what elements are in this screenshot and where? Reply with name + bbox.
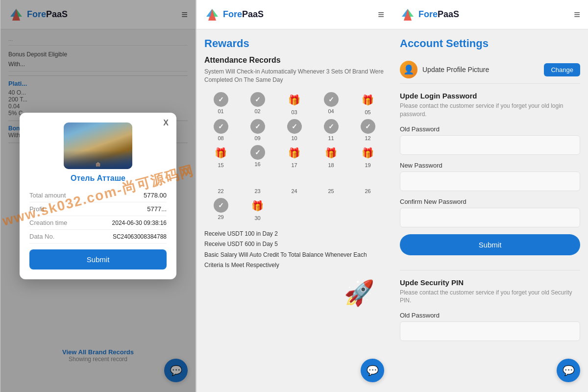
modal-datano-row: Data No. SC24063008384788 [29, 230, 167, 244]
empty-icon [361, 172, 375, 187]
pin-old-password-input[interactable] [400, 321, 580, 341]
cal-num: 09 [254, 135, 260, 141]
cal-day-12: 12 [351, 119, 384, 141]
cal-day-09: 09 [241, 119, 274, 141]
gift-icon: 🎁 [287, 92, 302, 108]
rocket-icon: 🚀 [344, 279, 374, 307]
rewards-text-line: Receive USDT 100 in Day 2 [204, 229, 384, 240]
old-password-label: Old Password [400, 125, 580, 133]
modal-datano-label: Data No. [29, 233, 54, 240]
cal-num: 15 [218, 162, 223, 168]
check-icon [214, 198, 228, 213]
modal-profit-row: Profit 5777... [29, 202, 167, 216]
chat-bubble-panel2[interactable]: 💬 [361, 359, 384, 382]
modal-creation-row: Creation time 2024-06-30 09:38:16 [29, 216, 167, 230]
hamburger-rewards[interactable]: ≡ [378, 8, 384, 21]
update-pin-heading: Upde Security PIN [400, 278, 580, 287]
cal-day-16: 16 [241, 145, 274, 168]
update-password-desc: Please contact the customer service if y… [400, 102, 580, 119]
calendar-grid: 0102🎁0304🎁050809101112🎁1516🎁17🎁18🎁192223… [204, 92, 384, 221]
rewards-text-line: Receive USDT 600 in Day 5 [204, 239, 384, 250]
check-icon [250, 119, 265, 134]
rewards-text: Receive USDT 100 in Day 2Receive USDT 60… [204, 229, 384, 271]
cal-num: 10 [291, 135, 297, 141]
cal-day-23: 23 [241, 172, 274, 194]
gift-icon: 🎁 [360, 92, 376, 108]
rewards-title: Rewards [204, 29, 384, 56]
cal-num: 03 [291, 109, 297, 115]
logo-text-account: ForePaaS [418, 9, 459, 20]
cal-num: 18 [328, 162, 334, 168]
cal-num: 08 [218, 135, 223, 141]
cal-day-30: 🎁30 [241, 198, 274, 221]
password-submit-button[interactable]: Submit [400, 234, 580, 255]
hotel-image: 🏨 [64, 122, 132, 169]
check-icon [250, 92, 265, 107]
account-title: Account Settings [400, 29, 580, 56]
cal-day-24: 24 [278, 172, 311, 194]
gift-icon: 🎁 [323, 145, 339, 161]
rewards-content: Rewards Attendance Records System Will C… [196, 29, 392, 392]
cal-num: 22 [218, 188, 223, 194]
confirm-password-input[interactable] [400, 208, 580, 227]
cal-num: 16 [254, 161, 260, 167]
logo-account: ForePaaS [400, 7, 459, 23]
profile-pic-label: Update Profile Picture [422, 66, 489, 74]
account-content: Account Settings 👤 Update Profile Pictur… [392, 29, 588, 392]
modal-close-btn[interactable]: X [163, 119, 169, 127]
cal-num: 24 [291, 188, 297, 194]
gift-icon: 🎁 [213, 145, 229, 161]
attendance-title: Attendance Records [204, 56, 384, 65]
cal-day-19: 🎁19 [351, 145, 384, 168]
cal-num: 11 [328, 135, 334, 141]
change-profile-pic-button[interactable]: Change [544, 63, 580, 76]
cal-num: 19 [365, 162, 370, 168]
check-icon [324, 92, 339, 107]
empty-icon [250, 172, 265, 187]
modal-datano-value: SC24063008384788 [113, 233, 167, 240]
cal-day-22: 22 [204, 172, 237, 194]
modal-hotel-name: Отель Атташе [29, 174, 167, 183]
cal-num: 02 [254, 108, 260, 114]
navbar-rewards: ForePaaS ≡ [196, 0, 392, 29]
cal-day-03: 🎁03 [278, 92, 311, 115]
attendance-desc: System Will Check-in Automatically Whene… [204, 68, 384, 84]
cal-num: 17 [291, 162, 297, 168]
modal-creation-value: 2024-06-30 09:38:16 [112, 220, 167, 226]
update-pin-section: Upde Security PIN Please contact the cus… [400, 278, 580, 348]
chat-icon-panel3: 💬 [563, 365, 575, 376]
navbar-account: ForePaaS ≡ [392, 0, 588, 29]
rewards-text-line: Basic Salary Will Auto Credit To Total B… [204, 250, 384, 271]
empty-icon [287, 172, 302, 187]
chat-icon-panel2: 💬 [367, 365, 379, 376]
cal-day-02: 02 [241, 92, 274, 115]
check-icon [214, 92, 228, 107]
modal-dialog: X 🏨 Отель Атташе Total amount 5778.00 Pr… [20, 113, 176, 279]
cal-day-01: 01 [204, 92, 237, 115]
gift-icon: 🎁 [250, 198, 266, 214]
chat-bubble-panel3[interactable]: 💬 [557, 359, 580, 382]
cal-day-29: 29 [204, 198, 237, 221]
modal-total-amount-row: Total amount 5778.00 [29, 189, 167, 202]
cal-num: 23 [254, 188, 260, 194]
cal-num: 12 [365, 135, 370, 141]
old-password-input[interactable] [400, 135, 580, 155]
new-password-input[interactable] [400, 172, 580, 191]
avatar: 👤 [400, 61, 417, 78]
hamburger-account[interactable]: ≡ [574, 8, 580, 21]
cal-day-15: 🎁15 [204, 145, 237, 168]
modal-overlay: X 🏨 Отель Атташе Total amount 5778.00 Pr… [0, 0, 196, 392]
update-pin-desc: Please contact the customer service if y… [400, 289, 580, 305]
logo-text-rewards: ForePaaS [223, 9, 264, 20]
modal-profit-label: Profit [29, 205, 44, 213]
pin-old-password-label: Old Password [400, 312, 580, 319]
check-icon [214, 119, 228, 134]
cal-day-10: 10 [278, 119, 311, 141]
cal-num: 29 [218, 214, 223, 220]
modal-total-value: 5778.00 [144, 192, 167, 199]
profile-pic-row: 👤 Update Profile Picture Change [400, 56, 580, 84]
modal-submit-button[interactable]: Submit [29, 249, 167, 270]
logo-icon-account [400, 7, 416, 23]
modal-profit-value: 5777... [147, 205, 167, 213]
profile-pic-left: 👤 Update Profile Picture [400, 61, 489, 78]
